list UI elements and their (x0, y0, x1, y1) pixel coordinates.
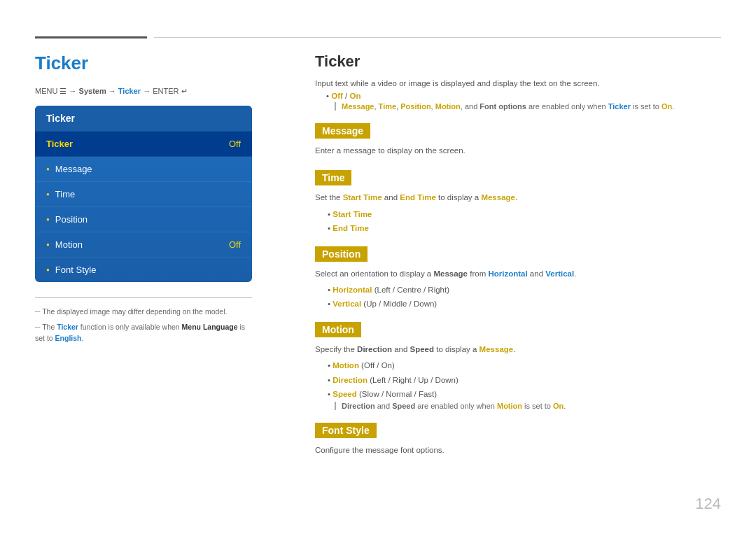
message-ref: Message (342, 102, 374, 111)
ticker-ref: Ticker (57, 323, 78, 331)
menu-item-motion[interactable]: ● Motion Off (35, 232, 252, 258)
menu-box-title: Ticker (35, 106, 252, 132)
horizontal-label: Horizontal (332, 286, 372, 294)
speed-ref: Speed (410, 345, 435, 353)
normal-value: Normal (386, 390, 412, 398)
on-text: On (349, 92, 360, 100)
bullet-icon: ● (46, 191, 50, 197)
left-title: Ticker (35, 52, 252, 74)
start-time-label: Start Time (332, 210, 372, 218)
right-title: Ticker (315, 52, 721, 71)
menu-lang-ref: Menu Language (182, 323, 238, 331)
font-style-item-label: ● Font Style (46, 265, 96, 275)
top-line-dark (35, 36, 147, 38)
message-heading: Message (315, 123, 370, 139)
time-heading: Time (315, 170, 351, 185)
horizontal-bullet: Horizontal (Left / Centre / Right) (328, 283, 721, 296)
bullet-icon: ● (46, 267, 50, 273)
menu-arrow1: → (69, 87, 79, 95)
motion-ref: Motion (435, 102, 461, 111)
time-ref: Time (379, 102, 396, 111)
direction-bold: Direction (342, 402, 375, 410)
motion-label: Motion (332, 361, 359, 370)
ticker-item-value: Off (229, 139, 241, 149)
vertical-label: Vertical (332, 300, 361, 308)
time-item-label: ● Time (46, 189, 75, 199)
position-ref: Position (400, 102, 430, 111)
motion-text: Specify the Direction and Speed to displ… (315, 343, 721, 356)
menu-item-time[interactable]: ● Time (35, 182, 252, 207)
direction-ref: Direction (357, 345, 392, 353)
motion-heading: Motion (315, 322, 361, 337)
end-time-ref: End Time (400, 193, 436, 202)
direction-label: Direction (332, 376, 368, 384)
message-text: Enter a message to display on the screen… (315, 144, 721, 157)
message-item-label: ● Message (46, 164, 92, 174)
right-panel: Ticker Input text while a video or image… (315, 52, 721, 461)
bullet-icon: ● (46, 241, 50, 248)
font-options-ref: Font options (479, 102, 526, 111)
speed-bold: Speed (392, 402, 415, 410)
menu-path: MENU ☰ → System → Ticker → ENTER ↵ (35, 87, 252, 96)
speed-bullet: Speed (Slow / Normal / Fast) (328, 388, 721, 400)
note-2: The Ticker function is only available wh… (35, 322, 252, 344)
position-heading: Position (315, 246, 368, 262)
font-style-heading: Font Style (315, 423, 377, 438)
note-1: The displayed image may differ depending… (35, 307, 252, 318)
menu-arrow3: → ENTER (143, 87, 181, 95)
menu-item-font-style[interactable]: ● Font Style (35, 258, 252, 282)
message-ref2: Message (481, 193, 515, 202)
motion-item-value: Off (229, 239, 241, 250)
ticker-blue-ref: Ticker (608, 102, 631, 111)
bullet-icon: ● (46, 166, 50, 172)
menu-prefix: MENU (35, 87, 59, 95)
end-time-bullet: End Time (328, 222, 721, 234)
vertical-ref: Vertical (545, 269, 574, 278)
english-ref: English (55, 334, 82, 342)
top-line-light (154, 37, 721, 38)
page-number: 124 (695, 495, 721, 513)
menu-item-position[interactable]: ● Position (35, 207, 252, 232)
intro-text: Input text while a video or image is dis… (315, 79, 721, 87)
off-text: Off (331, 92, 343, 100)
font-style-text: Configure the message font options. (315, 444, 721, 456)
message-gold-ref2: Message (479, 345, 514, 353)
top-lines (35, 36, 721, 38)
message-bold-ref: Message (433, 269, 468, 278)
speed-label: Speed (332, 390, 357, 398)
motion-gold-ref: Motion (497, 402, 522, 410)
menu-box: Ticker Ticker Off ● Message ● Time ● Pos… (35, 106, 252, 282)
motion-indent-note: Direction and Speed are enabled only whe… (335, 402, 721, 410)
on-ref: On (662, 102, 672, 111)
menu-item-ticker[interactable]: Ticker Off (35, 132, 252, 157)
menu-item-message[interactable]: ● Message (35, 157, 252, 182)
system-link: System (79, 87, 106, 95)
end-time-label: End Time (332, 224, 369, 232)
direction-bullet: Direction (Left / Right / Up / Down) (328, 374, 721, 386)
bullet-icon: ● (46, 216, 50, 223)
position-item-label: ● Position (46, 214, 88, 225)
ticker-item-label: Ticker (46, 139, 73, 149)
position-text: Select an orientation to display a Messa… (315, 267, 721, 280)
left-panel: Ticker MENU ☰ → System → Ticker → ENTER … (35, 52, 252, 348)
off-on-item: Off / On (326, 92, 721, 100)
menu-arrow2: → (108, 87, 118, 95)
horizontal-ref: Horizontal (488, 269, 527, 278)
menu-icon: ☰ (59, 87, 66, 95)
motion-item-label: ● Motion (46, 239, 83, 250)
start-time-ref: Start Time (343, 193, 382, 202)
enter-icon: ↵ (181, 87, 188, 95)
ticker-note-line: Message, Time, Position, Motion, and Fon… (335, 102, 721, 111)
on-gold-ref: On (553, 402, 564, 410)
start-time-bullet: Start Time (328, 208, 721, 220)
vertical-bullet: Vertical (Up / Middle / Down) (328, 297, 721, 310)
time-text: Set the Start Time and End Time to displ… (315, 191, 721, 204)
ticker-link: Ticker (118, 87, 141, 95)
motion-off-on-bullet: Motion (Off / On) (328, 359, 721, 372)
notes-section: The displayed image may differ depending… (35, 297, 252, 344)
